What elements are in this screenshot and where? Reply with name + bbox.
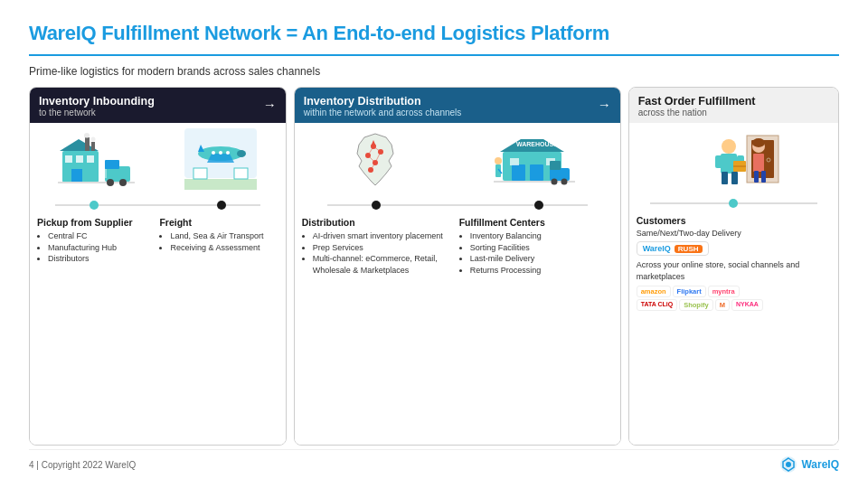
svg-point-55 [767,158,770,162]
svg-rect-25 [193,168,207,179]
dist-col-2-title: Fulfillment Centers [459,217,613,228]
svg-marker-18 [207,154,234,163]
page-title: WareIQ Fulfillment Network = An End-to-e… [29,22,839,45]
card-inbound-info: Pickup from Supplier Central FC Manufact… [30,215,286,445]
dist-item-3: Multi-channel: eCommerce, Retail, Wholes… [313,253,456,276]
fc-item-3: Last-mile Delivery [470,253,613,265]
svg-text:WAREHOUSE: WAREHOUSE [516,141,558,147]
svg-point-22 [226,151,230,155]
delivery-label: Same/Next/Two-day Delivery [637,229,831,238]
fast-col-title: Customers [637,215,831,226]
dist-item-1: AI-driven smart inventory placement [313,230,456,242]
inbound-item-2: Manufacturing Hub [48,242,156,254]
card-inbound-images [30,123,286,195]
fc-item-1: Inventory Balancing [470,230,613,242]
svg-rect-12 [105,160,119,169]
card-dist-subtitle: within the network and across channels [304,108,462,117]
fast-dot-1 [729,199,738,208]
card-fast-subtitle: across the nation [638,108,756,117]
svg-rect-58 [715,155,722,168]
inbound-item-1: Central FC [48,230,156,242]
svg-rect-41 [512,164,525,181]
card-distribution: Inventory Distribution within the networ… [294,87,621,446]
header: WareIQ Fulfillment Network = An End-to-e… [29,22,839,45]
svg-rect-4 [71,169,82,183]
title-plain: WareIQ Fulfillment Network = [29,22,302,44]
card-fast-order: Fast Order Fulfillment across the nation [628,87,839,446]
dist-dot-1 [372,201,381,210]
title-highlight: An End-to-end Logistics Platform [302,22,609,44]
svg-rect-7 [91,142,95,151]
svg-rect-6 [85,137,90,151]
card-fast-timeline [629,193,838,213]
wareiq-rush-text: WareIQ [643,244,671,253]
card-dist-images: WAREHOUSE [295,123,620,195]
card-inbound-header: Inventory Inbounding to the network → [30,88,286,123]
svg-rect-26 [234,168,248,179]
footer: 4 | Copyright 2022 WareIQ WareIQ [29,449,839,474]
inbound-col-2-title: Freight [159,217,278,228]
logo-flipkart: Flipkart [673,286,706,297]
svg-rect-47 [550,161,561,170]
card-dist-info: Distribution AI-driven smart inventory p… [295,215,620,445]
india-map-illustration [339,127,411,192]
dist-dot-2 [534,201,543,210]
svg-rect-1 [65,155,72,163]
svg-rect-67 [754,171,759,183]
dist-item-2: Prep Services [313,242,456,254]
factory-illustration [58,128,135,190]
svg-rect-65 [753,154,764,172]
svg-point-23 [212,151,215,155]
svg-point-48 [552,179,558,185]
inbound-col-1-title: Pickup from Supplier [37,217,156,228]
card-inbound: Inventory Inbounding to the network → [29,87,287,446]
card-dist-arrow: → [598,97,611,112]
rush-badge: RUSH [675,245,703,253]
dist-col-1-title: Distribution [302,217,456,228]
card-fast-images [629,123,838,193]
page-subtitle: Prime-like logistics for modern brands a… [29,65,839,78]
freight-item-1: Land, Sea & Air Transport [170,230,278,242]
dot-1 [90,201,99,210]
card-fast-title: Fast Order Fulfillment [638,95,756,108]
svg-point-13 [107,179,114,186]
card-dist-header-text: Inventory Distribution within the networ… [304,95,462,117]
wareiq-rush-badge: WareIQ RUSH [637,241,709,256]
logo-clio: TATA CLiQ [637,299,678,311]
logo-magento: M [715,299,730,311]
svg-rect-3 [87,155,94,163]
card-inbound-subtitle: to the network [39,108,155,117]
logo-nykaa: NYKAA [731,299,763,311]
inbound-item-3: Distributors [48,253,156,265]
card-inbound-timeline [30,195,286,215]
svg-point-56 [722,139,736,154]
svg-rect-24 [184,179,257,190]
footer-logo: WareIQ [779,455,839,474]
marketplace-logos-2: TATA CLiQ Shopify M NYKAA [637,299,831,311]
warehouse-illustration: WAREHOUSE [494,127,575,192]
svg-point-49 [561,179,568,185]
svg-point-50 [495,157,502,164]
freight-item-2: Receiving & Assessment [170,242,278,254]
svg-point-9 [91,137,96,142]
card-inbound-arrow: → [263,97,277,112]
svg-point-20 [237,150,246,157]
svg-rect-62 [722,172,728,184]
delivery-illustration [679,127,788,190]
logo-myntra: myntra [708,286,740,297]
svg-rect-46 [550,168,570,181]
logo-shopify: Shopify [679,299,713,311]
svg-rect-42 [530,164,543,181]
logo-amazon: amazon [637,286,671,297]
inbound-col-1: Pickup from Supplier Central FC Manufact… [37,217,156,437]
svg-point-70 [786,462,791,467]
card-dist-timeline [295,195,620,215]
svg-rect-68 [761,171,766,183]
svg-point-14 [119,179,127,186]
svg-point-8 [84,133,90,138]
airplane-illustration [184,128,257,190]
page: WareIQ Fulfillment Network = An End-to-e… [0,0,868,488]
card-inbound-header-text: Inventory Inbounding to the network [39,95,155,117]
svg-rect-2 [76,155,83,163]
fc-item-2: Sorting Facilities [470,242,613,254]
